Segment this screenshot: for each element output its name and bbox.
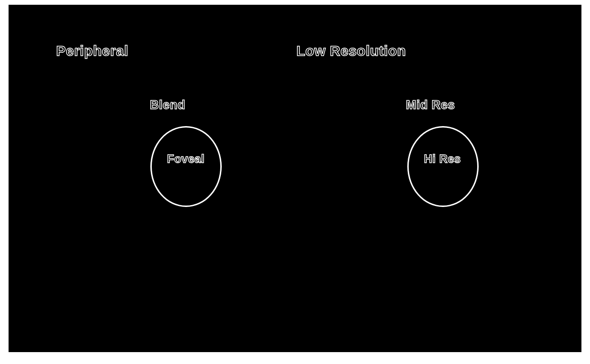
right-inner-ellipse: [407, 126, 479, 207]
right-outer-label: Low Resolution: [296, 43, 406, 59]
left-mid-label: Blend: [150, 98, 186, 112]
diagram-frame: Peripheral Blend Foveal Low Resolution M…: [9, 5, 581, 352]
left-outer-label: Peripheral: [56, 43, 128, 59]
right-inner-label: Hi Res: [424, 152, 461, 166]
left-inner-ellipse: [150, 126, 222, 207]
right-mid-label: Mid Res: [406, 98, 455, 112]
diagram-canvas: Peripheral Blend Foveal Low Resolution M…: [0, 0, 590, 364]
left-inner-label: Foveal: [167, 152, 205, 166]
